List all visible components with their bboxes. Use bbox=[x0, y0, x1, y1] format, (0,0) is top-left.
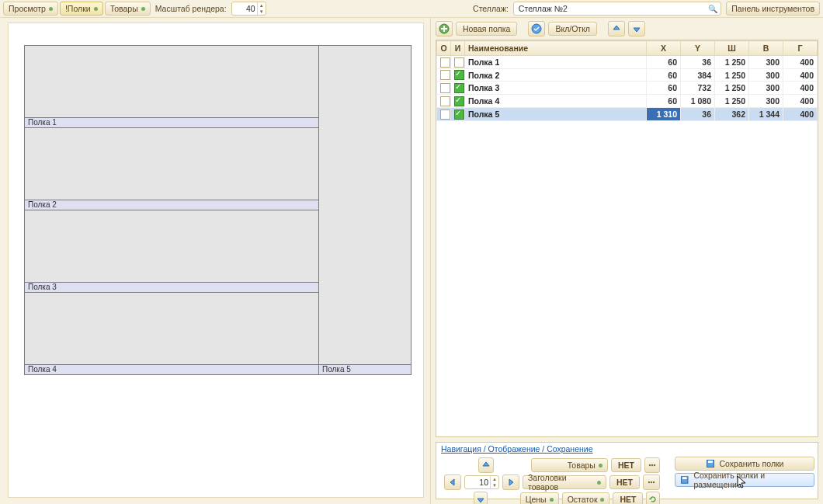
table-row[interactable]: Полка 3607321 250300400 bbox=[437, 82, 818, 95]
spinner-up-icon[interactable]: ▲ bbox=[491, 476, 498, 482]
checkbox[interactable] bbox=[454, 70, 464, 80]
shelf-block-2[interactable]: Полка 2 bbox=[24, 127, 319, 210]
products-btn[interactable]: Товары bbox=[105, 2, 151, 16]
status-dot-icon bbox=[600, 498, 604, 502]
settings-dots-icon[interactable] bbox=[643, 474, 660, 490]
cell-x: 60 bbox=[647, 68, 681, 82]
cell-d: 400 bbox=[783, 107, 818, 120]
checkbox[interactable] bbox=[440, 57, 450, 68]
svg-point-3 bbox=[651, 464, 653, 466]
stock-val[interactable]: НЕТ bbox=[613, 492, 643, 504]
tools-panel-btn[interactable]: Панель инструментов bbox=[726, 2, 820, 16]
nav-value-input[interactable] bbox=[465, 478, 490, 487]
spinner-up-icon[interactable]: ▲ bbox=[258, 2, 266, 9]
nav-left-icon[interactable] bbox=[444, 474, 461, 490]
prices-tag[interactable]: Цены bbox=[520, 492, 559, 504]
shelf-label: Полка 5 bbox=[319, 364, 411, 375]
cell-name: Полка 1 bbox=[465, 56, 647, 69]
cell-name: Полка 2 bbox=[465, 68, 647, 82]
col-y[interactable]: Y bbox=[681, 41, 715, 56]
status-dot-icon bbox=[599, 464, 602, 468]
save-shelves-placement-btn[interactable]: Сохранить полки и размещение bbox=[675, 473, 814, 487]
refresh-icon[interactable] bbox=[646, 492, 660, 504]
shelf-label: Полка 2 bbox=[25, 200, 318, 210]
bottom-breadcrumb[interactable]: Навигация / Отображение / Сохранение bbox=[436, 443, 818, 455]
col-name[interactable]: Наименование bbox=[465, 41, 647, 56]
settings-dots-icon[interactable] bbox=[644, 457, 660, 473]
col-x[interactable]: X bbox=[647, 41, 681, 56]
cell-d: 400 bbox=[783, 95, 818, 108]
nav-spinner[interactable]: ▲ ▼ bbox=[464, 475, 499, 489]
cell-y: 384 bbox=[681, 68, 715, 82]
shelves-btn[interactable]: !Полки bbox=[60, 2, 103, 16]
cell-x: 60 bbox=[647, 82, 681, 95]
tools-panel-label: Панель инструментов bbox=[731, 4, 814, 13]
save-shelves-btn[interactable]: Сохранить полки bbox=[675, 457, 814, 471]
move-down-icon[interactable] bbox=[628, 21, 645, 36]
status-dot-icon bbox=[94, 7, 98, 11]
checkbox[interactable] bbox=[440, 70, 450, 80]
shelf-block-4[interactable]: Полка 4 bbox=[24, 292, 319, 375]
table-row[interactable]: Полка 160361 250300400 bbox=[437, 56, 818, 69]
checkbox[interactable] bbox=[440, 83, 450, 93]
shelves-grid[interactable]: О И Наименование X Y Ш В Г Полка 160361 … bbox=[436, 40, 818, 437]
svg-point-4 bbox=[654, 464, 655, 466]
cell-d: 400 bbox=[783, 68, 818, 82]
checkbox[interactable] bbox=[440, 96, 450, 106]
shelf-block-3[interactable]: Полка 3 bbox=[24, 210, 319, 293]
cell-x: 60 bbox=[647, 56, 681, 69]
rack-combo[interactable]: 🔍 bbox=[513, 2, 721, 16]
bottom-panel: Навигация / Отображение / Сохранение Тов… bbox=[436, 442, 818, 499]
nav-down-icon[interactable] bbox=[474, 492, 488, 504]
svg-point-2 bbox=[649, 464, 651, 466]
table-row[interactable]: Полка 4601 0801 250300400 bbox=[437, 95, 818, 108]
col-w[interactable]: Ш bbox=[715, 41, 749, 56]
table-row[interactable]: Полка 2603841 250300400 bbox=[437, 68, 818, 82]
cell-w: 1 250 bbox=[715, 56, 749, 69]
save-shelves-label: Сохранить полки bbox=[720, 459, 784, 468]
render-scale-spinner[interactable]: ▲ ▼ bbox=[231, 2, 266, 16]
checkbox[interactable] bbox=[454, 57, 464, 68]
spinner-down-icon[interactable]: ▼ bbox=[258, 9, 266, 15]
checkbox[interactable] bbox=[454, 109, 464, 120]
render-scale-input[interactable] bbox=[232, 4, 257, 13]
checkbox[interactable] bbox=[454, 96, 464, 106]
spinner-down-icon[interactable]: ▼ bbox=[491, 482, 498, 488]
product-headers-tag[interactable]: Заголовки товаров bbox=[523, 475, 606, 489]
nav-up-icon[interactable] bbox=[478, 457, 494, 473]
stock-tag[interactable]: Остаток bbox=[562, 492, 610, 504]
products-val[interactable]: НЕТ bbox=[611, 458, 641, 472]
products-tag[interactable]: Товары bbox=[531, 458, 608, 472]
col-h[interactable]: В bbox=[749, 41, 783, 56]
col-d[interactable]: Г bbox=[783, 41, 818, 56]
new-shelf-btn[interactable]: Новая полка bbox=[456, 22, 517, 36]
status-dot-icon bbox=[141, 7, 145, 11]
products-label: Товары bbox=[110, 4, 138, 13]
checkbox[interactable] bbox=[454, 83, 464, 93]
table-row[interactable]: Полка 51 310363621 344400 bbox=[437, 107, 818, 120]
search-icon[interactable]: 🔍 bbox=[708, 5, 717, 13]
col-i[interactable]: И bbox=[451, 41, 465, 56]
status-dot-icon bbox=[49, 7, 53, 11]
status-dot-icon bbox=[597, 481, 601, 485]
col-o[interactable]: О bbox=[437, 41, 451, 56]
svg-point-7 bbox=[653, 481, 655, 483]
new-shelf-add-icon[interactable] bbox=[436, 21, 453, 36]
checkbox[interactable] bbox=[440, 109, 450, 120]
status-dot-icon bbox=[550, 498, 554, 502]
shelf-block-5[interactable]: Полка 5 bbox=[318, 45, 412, 375]
rack-input[interactable] bbox=[517, 3, 708, 14]
svg-rect-11 bbox=[682, 477, 687, 479]
preview-btn[interactable]: Просмотр bbox=[3, 2, 58, 16]
shelf-block-1[interactable]: Полка 1 bbox=[24, 45, 319, 128]
toggle-icon[interactable] bbox=[528, 21, 545, 36]
move-up-icon[interactable] bbox=[608, 21, 625, 36]
toggle-btn[interactable]: Вкл/Откл bbox=[548, 22, 597, 36]
cell-h: 1 344 bbox=[749, 107, 783, 120]
cell-x: 60 bbox=[647, 95, 681, 108]
product-headers-val[interactable]: НЕТ bbox=[609, 475, 640, 489]
cell-y: 1 080 bbox=[681, 95, 715, 108]
svg-point-5 bbox=[648, 481, 650, 483]
nav-right-icon[interactable] bbox=[502, 474, 519, 490]
toggle-label: Вкл/Откл bbox=[555, 24, 590, 33]
